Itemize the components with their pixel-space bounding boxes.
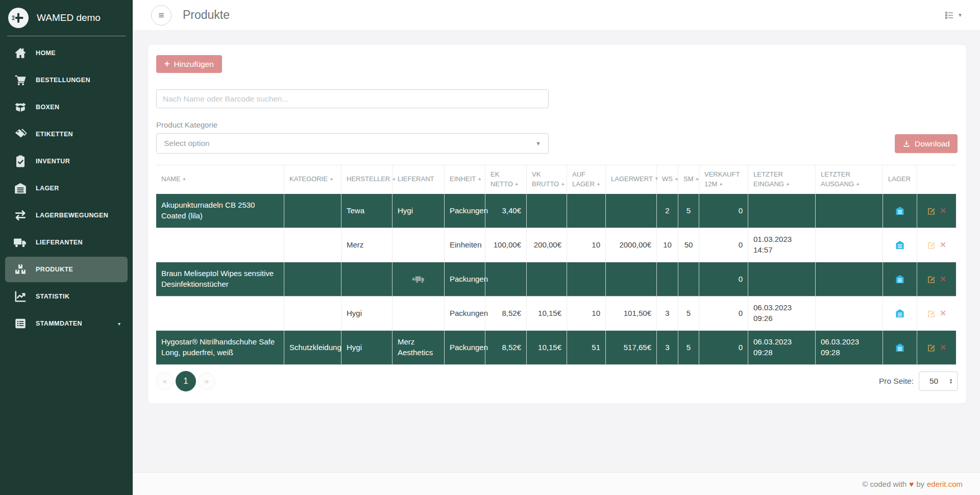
column-header-name[interactable]: NAME▲ <box>156 165 284 194</box>
column-header-ws[interactable]: WS▲ <box>657 165 678 194</box>
products-table: NAME▲ KATEGORIE▲ HERSTELLER▲ LIEFERANT E… <box>156 165 956 365</box>
cell-ek-netto: 3,40€ <box>485 194 527 228</box>
delete-icon[interactable]: ✕ <box>940 309 946 317</box>
sidebar-item-home[interactable]: HOME <box>5 40 128 66</box>
sidebar: WAMED demo HOME BESTELLUNGEN BOXEN ETIKE… <box>0 0 133 495</box>
sidebar-item-produkte[interactable]: PRODUKTE <box>5 257 128 282</box>
sidebar-item-label: LAGER <box>36 185 59 192</box>
cell-ws: 3 <box>657 331 678 365</box>
edit-icon[interactable] <box>927 275 936 284</box>
list-icon <box>12 315 29 332</box>
cell-lagerwert: 517,65€ <box>606 331 657 365</box>
column-header-lager: LAGER <box>883 165 917 194</box>
cell-auf-lager: 51 <box>567 331 606 365</box>
download-button[interactable]: Download <box>895 134 958 153</box>
cell-lagerwert <box>606 194 657 228</box>
column-header-letzter-eingang[interactable]: LETZTER EINGANG▲ <box>748 165 816 194</box>
table-row: Akupunkturnadeln CB 2530 Coated (lila) T… <box>156 194 956 228</box>
warehouse-stock-icon[interactable] <box>895 342 905 353</box>
sidebar-item-bestellungen[interactable]: BESTELLUNGEN <box>5 67 128 93</box>
column-header-lagerwert[interactable]: LAGERWERT▼ <box>606 165 657 194</box>
search-input[interactable] <box>156 89 549 108</box>
edit-icon[interactable] <box>927 343 936 352</box>
column-header-ek-netto[interactable]: EK NETTO▲ <box>485 165 527 194</box>
cell-ek-netto: 100,00€ <box>485 228 527 262</box>
table-header-row: NAME▲ KATEGORIE▲ HERSTELLER▲ LIEFERANT E… <box>156 165 956 194</box>
cell-lagerwert: 101,50€ <box>606 296 657 331</box>
column-header-vk-brutto[interactable]: VK BRUTTO▲ <box>527 165 567 194</box>
menu-toggle-button[interactable]: ≡ <box>151 5 172 26</box>
cell-kategorie: Schutzkleidung <box>284 331 341 365</box>
table-footer: « 1 » Pro Seite: 50 ▴▾ <box>156 371 958 391</box>
cell-letzter-eingang: 01.03.2023 14:57 <box>748 228 816 262</box>
sidebar-item-stammdaten[interactable]: STAMMDATEN ▾ <box>5 311 128 336</box>
cell-vk-brutto <box>527 194 567 228</box>
sidebar-item-lagerbewegungen[interactable]: LAGERBEWEGUNGEN <box>5 203 128 228</box>
footer-link[interactable]: ederit.com <box>927 480 963 488</box>
sidebar-item-boxen[interactable]: BOXEN <box>5 94 128 120</box>
warehouse-stock-icon[interactable] <box>895 206 905 216</box>
warehouse-stock-icon[interactable] <box>895 240 905 250</box>
column-header-auf-lager[interactable]: AUF LAGER▲ <box>567 165 606 194</box>
column-header-verkauft-12m[interactable]: VERKAUFT 12M▲ <box>699 165 748 194</box>
column-header-einheit[interactable]: EINHEIT▲ <box>445 165 485 194</box>
sidebar-item-etiketten[interactable]: ETIKETTEN <box>5 121 128 147</box>
cell-verkauft-12m: 0 <box>699 331 748 365</box>
column-header-sm[interactable]: SM▲ <box>678 165 699 194</box>
cell-lieferant <box>393 228 445 262</box>
add-supplier-truck-icon[interactable] <box>411 274 426 285</box>
cell-ws <box>657 262 678 296</box>
cell-ws: 2 <box>657 194 678 228</box>
pagination-page-1-button[interactable]: 1 <box>176 371 196 391</box>
plus-icon: + <box>164 59 170 69</box>
delete-icon[interactable]: ✕ <box>940 275 946 283</box>
delete-icon[interactable]: ✕ <box>940 240 946 249</box>
per-page-select[interactable]: 50 ▴▾ <box>919 372 958 391</box>
delete-icon[interactable]: ✕ <box>940 343 946 352</box>
sidebar-item-label: BOXEN <box>36 104 59 111</box>
page-title: Produkte <box>183 8 230 22</box>
warehouse-stock-icon[interactable] <box>895 308 905 318</box>
sidebar-item-lieferanten[interactable]: LIEFERANTEN <box>5 230 128 255</box>
sidebar-item-label: LAGERBEWEGUNGEN <box>36 212 108 219</box>
sidebar-item-statistik[interactable]: STATISTIK <box>5 284 128 309</box>
pagination-next-button[interactable]: » <box>198 373 215 390</box>
cell-einheit: Packungen <box>445 194 485 228</box>
chevron-down-icon: ▼ <box>958 12 963 18</box>
warehouse-stock-icon[interactable] <box>895 274 905 284</box>
category-select[interactable]: Select option ▼ <box>156 133 549 154</box>
cell-letzter-eingang: 06.03.2023 09:28 <box>748 331 816 365</box>
cell-kategorie <box>284 296 341 331</box>
cell-letzter-ausgang <box>816 296 883 331</box>
cell-hersteller: Hygi <box>341 331 393 365</box>
footer-by: by <box>916 480 924 488</box>
column-settings-button[interactable]: ▼ <box>945 11 963 20</box>
column-header-kategorie[interactable]: KATEGORIE▲ <box>284 165 341 194</box>
products-card: + Hinzufügen Product Kategorie Select op… <box>148 45 966 403</box>
chart-icon <box>12 288 29 305</box>
edit-icon[interactable] <box>927 241 936 250</box>
cell-letzter-ausgang <box>816 228 883 262</box>
sidebar-item-lager[interactable]: LAGER <box>5 176 128 201</box>
cell-einheit: Packungen <box>445 262 485 296</box>
edit-icon[interactable] <box>927 207 936 215</box>
cell-lieferant: Hygi <box>393 194 445 228</box>
cell-sm <box>678 262 699 296</box>
cell-einheit: Packungen <box>445 331 485 365</box>
cell-vk-brutto: 10,15€ <box>527 296 567 331</box>
column-header-hersteller[interactable]: HERSTELLER▲ <box>341 165 393 194</box>
footer-text: © coded with <box>862 480 906 488</box>
sidebar-item-inventur[interactable]: INVENTUR <box>5 148 128 174</box>
column-header-letzter-ausgang[interactable]: LETZTER AUSGANG▲ <box>816 165 883 194</box>
cell-verkauft-12m: 0 <box>699 228 748 262</box>
edit-icon[interactable] <box>927 309 936 318</box>
pagination-prev-button[interactable]: « <box>156 373 174 390</box>
select-spinner-icon: ▴▾ <box>950 378 952 384</box>
boxes-icon <box>12 261 29 278</box>
delete-icon[interactable]: ✕ <box>940 206 946 215</box>
add-product-button[interactable]: + Hinzufügen <box>156 55 222 73</box>
sort-asc-icon: ▲ <box>391 176 396 181</box>
sort-asc-icon: ▲ <box>560 181 565 186</box>
cell-sm: 5 <box>678 331 699 365</box>
sort-asc-icon: ▲ <box>477 176 482 181</box>
